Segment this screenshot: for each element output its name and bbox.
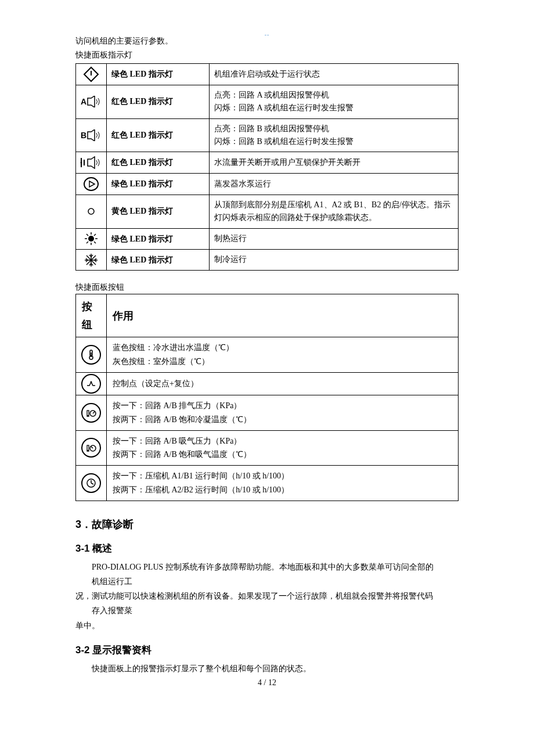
section-3-1-heading: 3-1 概述: [75, 542, 459, 555]
section-3-heading: 3．故障诊断: [75, 517, 459, 531]
desc-line: 点亮：回路 B 或机组因报警停机: [214, 123, 453, 135]
section-3-2-heading: 3-2 显示报警资料: [75, 643, 459, 657]
svg-line-39: [93, 412, 95, 413]
table-row: 绿色 LED 指示灯 制冷运行: [76, 249, 459, 270]
svg-marker-11: [89, 181, 95, 187]
table2-title: 快捷面板按钮: [75, 282, 459, 293]
clock-icon: [81, 473, 101, 493]
icon-cell: [76, 337, 107, 373]
desc-line: 闪烁：回路 B 或机组在运行时发生报警: [214, 135, 453, 148]
table-row: 黄色 LED 指示灯 从顶部到底部分别是压缩机 A1、A2 或 B1、B2 的启…: [76, 195, 459, 228]
table-row: 控制点（设定点+复位）: [76, 373, 459, 395]
svg-point-45: [87, 450, 88, 451]
led-label-cell: 红色 LED 指示灯: [107, 152, 210, 173]
table-row: 蓝色按纽：冷水进出水温度（℃） 灰色按纽：室外温度（℃）: [76, 337, 459, 373]
func-line: 按一下：压缩机 A1/B1 运行时间（h/10 或 h/100）: [113, 469, 452, 483]
svg-point-13: [88, 236, 94, 242]
button-table: 按纽 作用 蓝色按纽：冷水进出水温度（℃） 灰色按纽：室外温度（℃） 控制点（设…: [75, 294, 459, 501]
svg-marker-3: [88, 96, 95, 107]
icon-cell: [76, 63, 107, 85]
icon-cell: [76, 430, 107, 466]
desc-cell: 从顶部到底部分别是压缩机 A1、A2 或 B1、B2 的启/停状态。指示灯闪烁表…: [210, 195, 459, 228]
icon-cell: [76, 373, 107, 395]
body-line: 况，测试功能可以快速检测机组的所有设备。如果发现了一个运行故障，机组就会报警并将…: [75, 589, 459, 603]
body-line: 单中。: [75, 618, 459, 633]
svg-point-41: [87, 415, 88, 416]
icon-cell: B: [76, 118, 107, 152]
led-label-cell: 红色 LED 指示灯: [107, 118, 210, 152]
func-line: 灰色按纽：室外温度（℃）: [113, 355, 452, 369]
small-circle-icon: [87, 207, 95, 215]
func-line: 按两下：回路 A/B 饱和吸气温度（℃）: [113, 448, 452, 462]
body-line: 存入报警菜: [75, 603, 459, 618]
document-page: -- 访问机组的主要运行参数。 快捷面板指示灯 绿色 LED 指示灯 机组准许启…: [0, 0, 534, 756]
desc-line: 点亮：回路 A 或机组因报警停机: [214, 89, 453, 102]
led-label-cell: 绿色 LED 指示灯: [107, 63, 210, 85]
snowflake-icon: [84, 253, 99, 268]
icon-cell: [76, 395, 107, 431]
section-3-1-body: PRO-DIALOG PLUS 控制系统有许多故障帮助功能。本地面板和其中的大多…: [75, 560, 459, 633]
icon-cell: [76, 466, 107, 501]
svg-line-20: [94, 234, 96, 236]
desc-line: 闪烁：回路 A 或机组在运行时发生报警: [214, 102, 453, 114]
func-line: 按两下：回路 A/B 饱和冷凝温度（℃）: [113, 413, 452, 427]
table-row: B 红色 LED 指示灯 点亮：回路 B 或机组因报警停机 闪烁：回路 B 或机…: [76, 118, 459, 152]
indicator-table: 绿色 LED 指示灯 机组准许启动或处于运行状态 A 红色 LED 指示灯 点亮…: [75, 63, 459, 271]
func-line: 按一下：回路 A/B 排气压力（KPa）: [113, 399, 452, 413]
page-number: 4 / 12: [75, 678, 459, 687]
svg-point-37: [91, 381, 92, 383]
led-label-cell: 红色 LED 指示灯: [107, 85, 210, 118]
diamond-power-icon: [83, 66, 99, 82]
body-line: 机组运行工: [75, 574, 459, 589]
func-line: 按两下：压缩机 A2/B2 运行时间（h/10 或 h/100）: [113, 483, 452, 497]
func-cell: 按一下：回路 A/B 排气压力（KPa） 按两下：回路 A/B 饱和冷凝温度（℃…: [107, 395, 459, 431]
header-button: 按纽: [76, 294, 107, 337]
b-speaker-icon: B: [80, 129, 103, 141]
led-label-cell: 绿色 LED 指示灯: [107, 228, 210, 249]
led-label-cell: 黄色 LED 指示灯: [107, 195, 210, 228]
svg-text:A: A: [81, 97, 86, 106]
func-line: 蓝色按纽：冷水进出水温度（℃）: [113, 341, 452, 355]
table-row: 按一下：回路 A/B 排气压力（KPa） 按两下：回路 A/B 饱和冷凝温度（℃…: [76, 395, 459, 431]
svg-line-21: [86, 242, 88, 243]
gauge-suction-icon: [81, 438, 101, 458]
icon-cell: [76, 195, 107, 228]
body-line: 快捷面板上的报警指示灯显示了整个机组和每个回路的状态。: [75, 661, 459, 676]
header-mark: --: [265, 31, 270, 38]
sun-icon: [84, 231, 99, 246]
header-function: 作用: [107, 294, 459, 337]
led-label-cell: 绿色 LED 指示灯: [107, 173, 210, 195]
a-speaker-icon: A: [80, 96, 103, 107]
desc-cell: 蒸发器水泵运行: [210, 173, 459, 195]
func-line: 控制点（设定点+复位）: [113, 377, 452, 391]
play-circle-icon: [83, 176, 99, 192]
table-row: 绿色 LED 指示灯 机组准许启动或处于运行状态: [76, 63, 459, 85]
desc-cell: 制热运行: [210, 228, 459, 249]
table-row: 绿色 LED 指示灯 蒸发器水泵运行: [76, 173, 459, 195]
svg-line-43: [91, 447, 93, 448]
icon-cell: [76, 152, 107, 173]
led-label-cell: 绿色 LED 指示灯: [107, 249, 210, 270]
func-cell: 控制点（设定点+复位）: [107, 373, 459, 395]
flow-speaker-icon: [80, 156, 103, 169]
svg-point-10: [84, 178, 98, 190]
desc-cell: 机组准许启动或处于运行状态: [210, 63, 459, 85]
section-3-2-body: 快捷面板上的报警指示灯显示了整个机组和每个回路的状态。: [75, 661, 459, 676]
svg-text:B: B: [81, 131, 86, 140]
svg-line-18: [86, 234, 88, 236]
body-line: PRO-DIALOG PLUS 控制系统有许多故障帮助功能。本地面板和其中的大多…: [75, 560, 459, 574]
table-row: A 红色 LED 指示灯 点亮：回路 A 或机组因报警停机 闪烁：回路 A 或机…: [76, 85, 459, 118]
icon-cell: [76, 249, 107, 270]
table-row: 红色 LED 指示灯 水流量开关断开或用户互锁保护开关断开: [76, 152, 459, 173]
func-cell: 按一下：回路 A/B 吸气压力（KPa） 按两下：回路 A/B 饱和吸气温度（℃…: [107, 430, 459, 466]
func-line: 按一下：回路 A/B 吸气压力（KPa）: [113, 434, 452, 448]
desc-cell: 制冷运行: [210, 249, 459, 270]
table-header-row: 按纽 作用: [76, 294, 459, 337]
icon-cell: [76, 228, 107, 249]
gauge-discharge-icon: [81, 403, 101, 423]
icon-cell: A: [76, 85, 107, 118]
svg-line-19: [94, 242, 96, 243]
icon-cell: [76, 173, 107, 195]
table-row: 按一下：压缩机 A1/B1 运行时间（h/10 或 h/100） 按两下：压缩机…: [76, 466, 459, 501]
svg-line-48: [91, 483, 93, 484]
